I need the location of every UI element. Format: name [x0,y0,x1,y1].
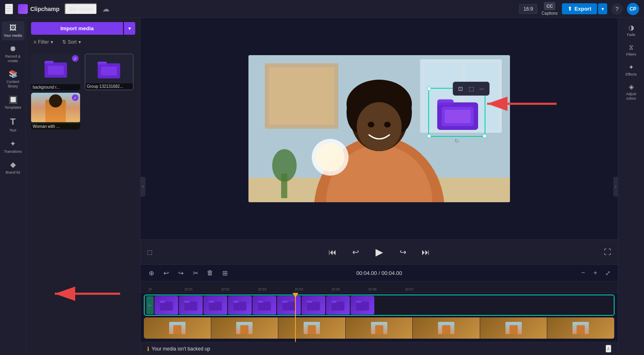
video-thumb-3[interactable] [278,317,346,339]
video-thumb-2[interactable] [211,317,279,339]
folder-clip-4[interactable] [228,296,252,315]
media-item-bg-remove[interactable]: background r... ✓ [31,54,80,90]
skip-to-end-button[interactable]: ⏭ [418,245,433,259]
video-thumb-1[interactable] [144,317,211,339]
fullscreen-button[interactable]: ⛶ [604,248,611,257]
filter-button[interactable]: ≡ Filter ▾ [31,38,56,46]
captions-toggle-button[interactable]: ⬚ [147,249,152,255]
clipchamp-logo-icon [18,4,28,14]
main-area: 🖼 Your media ⏺ Record & create 📚 Content… [0,18,644,355]
folder-clip-7[interactable] [302,296,325,315]
cloud-sync-icon: ☁ [102,4,110,13]
sort-icon: ⇅ [62,39,66,45]
svg-rect-7 [101,67,117,76]
bottom-status-bar: ℹ Your media isn't backed up ∧ [141,342,618,355]
redo-button[interactable]: ↪ [175,267,186,279]
undo-button[interactable]: ↩ [160,267,172,279]
filter-chevron-icon: ▾ [51,39,53,45]
forward-5s-button[interactable]: ↪ [396,245,410,259]
captions-button[interactable]: CC Captions [541,2,557,16]
sidebar-item-your-media[interactable]: 🖼 Your media [2,21,25,40]
video-thumb-6[interactable] [480,317,548,339]
aspect-lock-button[interactable]: ⬚ [466,84,476,94]
folder-clips-row: ⊢ [145,295,614,315]
filter-icon: ≡ [34,39,36,45]
center-area: ‹ [141,18,618,355]
help-button[interactable]: ? [611,3,623,15]
text-icon: T [10,116,16,127]
video-thumb-5[interactable] [413,317,480,339]
crop-button[interactable]: ⊡ [456,84,465,94]
fade-icon: ◑ [628,24,634,31]
right-panel-adjust-colors[interactable]: ◈ Adjust colors [620,80,643,103]
expand-warning-button[interactable]: ∧ [606,345,611,353]
magnet-button[interactable]: ⊕ [145,267,157,279]
import-media-button[interactable]: Import media [31,22,123,35]
sidebar-item-brand-kit[interactable]: ◆ Brand kit [2,158,25,177]
right-collapse-handle[interactable]: › [613,177,618,196]
zoom-out-button[interactable]: − [578,268,588,278]
export-button[interactable]: ⬆ Export [562,3,597,14]
import-dropdown-button[interactable]: ▾ [124,22,135,35]
aspect-ratio-button[interactable]: 16:9 [519,4,537,14]
skip-to-start-button[interactable]: ⏮ [325,245,340,259]
folder-clip-1[interactable] [154,296,178,315]
folder-clip-8[interactable] [326,296,350,315]
svg-rect-46 [258,301,263,303]
export-dropdown-button[interactable]: ▾ [598,3,607,14]
rewind-5s-button[interactable]: ↩ [348,245,363,259]
folder-clip-2[interactable] [179,296,203,315]
filter-sort-row: ≡ Filter ▾ ⇅ Sort ▾ [31,38,135,46]
ruler-mark-7: |0:07 [405,287,414,291]
app-logo: Clipchamp [18,4,60,14]
folder-clip-9[interactable] [351,296,374,315]
right-panel-filters[interactable]: ⧖ Filters [620,41,643,59]
folder-clip-6[interactable] [277,296,301,315]
selection-handle-br[interactable] [483,134,487,138]
project-name[interactable]: My video [65,3,97,15]
rotate-handle[interactable]: ↻ [454,138,459,144]
right-panel-fade[interactable]: ◑ Fade [620,21,643,40]
hamburger-menu[interactable]: ☰ [5,4,13,14]
zoom-in-button[interactable]: + [590,268,601,278]
video-thumbnails-row [144,317,615,339]
more-options-button[interactable]: ··· [477,84,487,94]
folder-clip-icon-5 [258,300,271,310]
svg-rect-3 [48,66,64,75]
svg-point-27 [316,143,344,172]
ruler-mark-0: |0 [149,287,152,291]
sidebar-item-content-library[interactable]: 📚 Content library [2,67,25,91]
media-item-woman[interactable]: Woman with ... ✓ [31,93,80,129]
play-pause-button[interactable]: ▶ [371,244,387,260]
detach-audio-button[interactable]: ⊞ [219,267,230,279]
media-item-group-preview [85,54,133,84]
selection-handle-bl[interactable] [427,134,431,138]
right-panel-effects[interactable]: ✦ Effects [620,61,643,79]
svg-rect-43 [233,302,246,310]
sidebar-item-templates[interactable]: 🔲 Templates [2,93,25,112]
video-thumb-7[interactable] [547,317,615,339]
sort-button[interactable]: ⇅ Sort ▾ [60,38,83,46]
folder-clip-icon-8 [331,300,344,310]
media-item-group[interactable]: Group 132131682... [85,54,134,90]
cut-button[interactable]: ✂ [190,267,201,279]
sidebar-item-transitions[interactable]: ✦ Transitions [2,137,25,156]
collapse-panel-handle[interactable]: ‹ [141,177,145,196]
svg-rect-39 [184,302,197,310]
folder-clip-3[interactable] [203,296,227,315]
fit-timeline-button[interactable]: ⤢ [602,268,613,278]
folder-clip-5[interactable] [253,296,276,315]
selection-handle-tl[interactable] [427,87,431,91]
sidebar-item-text[interactable]: T Text [2,114,25,135]
backup-warning-text: Your media isn't backed up [152,346,210,352]
sidebar-item-record-create[interactable]: ⏺ Record & create [2,42,25,66]
user-avatar[interactable]: CP [627,3,639,15]
your-media-icon: 🖼 [9,24,17,32]
video-thumb-4[interactable] [346,317,413,339]
clip-art-element[interactable] [435,95,480,132]
delete-button[interactable]: 🗑 [204,267,216,279]
transitions-label: Transitions [4,150,22,154]
folder-clip-icon-6 [282,300,295,310]
svg-rect-45 [258,302,271,310]
svg-point-23 [357,102,402,151]
